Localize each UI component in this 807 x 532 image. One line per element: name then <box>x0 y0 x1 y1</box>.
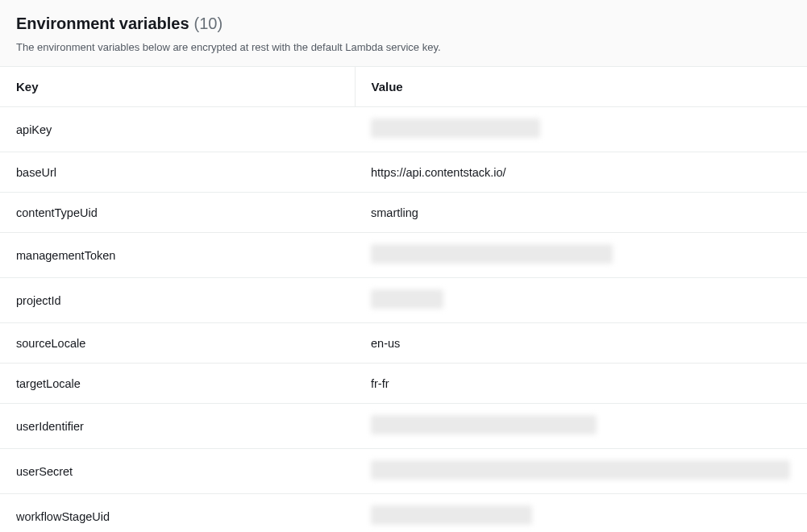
table-header-row: Key Value <box>0 67 807 107</box>
redacted-value <box>371 505 532 525</box>
panel-description: The environment variables below are encr… <box>16 41 791 53</box>
env-var-value <box>355 107 807 152</box>
panel-title-row: Environment variables (10) <box>16 15 791 33</box>
env-var-key: projectId <box>0 278 355 323</box>
env-var-value <box>355 404 807 449</box>
env-var-key: baseUrl <box>0 152 355 193</box>
env-var-value: https://api.contentstack.io/ <box>355 152 807 193</box>
panel-title: Environment variables <box>16 15 189 33</box>
env-var-key: userSecret <box>0 449 355 494</box>
env-vars-table: Key Value apiKeybaseUrlhttps://api.conte… <box>0 67 807 532</box>
env-var-value: en-us <box>355 323 807 364</box>
table-row[interactable]: projectId <box>0 278 807 323</box>
column-header-key[interactable]: Key <box>0 67 355 107</box>
env-var-key: sourceLocale <box>0 323 355 364</box>
env-var-key: userIdentifier <box>0 404 355 449</box>
table-row[interactable]: sourceLocaleen-us <box>0 323 807 364</box>
env-var-key: managementToken <box>0 233 355 278</box>
redacted-value <box>371 118 540 138</box>
env-var-value: smartling <box>355 193 807 233</box>
env-var-value <box>355 494 807 533</box>
table-row[interactable]: apiKey <box>0 107 807 152</box>
panel-count: (10) <box>194 15 223 33</box>
table-row[interactable]: userSecret <box>0 449 807 494</box>
table-row[interactable]: workflowStageUid <box>0 494 807 533</box>
env-var-key: targetLocale <box>0 364 355 404</box>
env-var-value <box>355 233 807 278</box>
redacted-value <box>371 244 613 264</box>
table-row[interactable]: userIdentifier <box>0 404 807 449</box>
column-header-value[interactable]: Value <box>355 67 807 107</box>
table-row[interactable]: baseUrlhttps://api.contentstack.io/ <box>0 152 807 193</box>
redacted-value <box>371 460 790 480</box>
table-row[interactable]: targetLocalefr-fr <box>0 364 807 404</box>
env-var-key: apiKey <box>0 107 355 152</box>
env-var-key: contentTypeUid <box>0 193 355 233</box>
env-var-value: fr-fr <box>355 364 807 404</box>
redacted-value <box>371 415 597 434</box>
redacted-value <box>371 289 443 309</box>
panel-header: Environment variables (10) The environme… <box>0 0 807 67</box>
env-var-value <box>355 278 807 323</box>
env-var-value <box>355 449 807 494</box>
table-row[interactable]: contentTypeUidsmartling <box>0 193 807 233</box>
env-var-key: workflowStageUid <box>0 494 355 533</box>
environment-variables-panel: Environment variables (10) The environme… <box>0 0 807 532</box>
table-row[interactable]: managementToken <box>0 233 807 278</box>
